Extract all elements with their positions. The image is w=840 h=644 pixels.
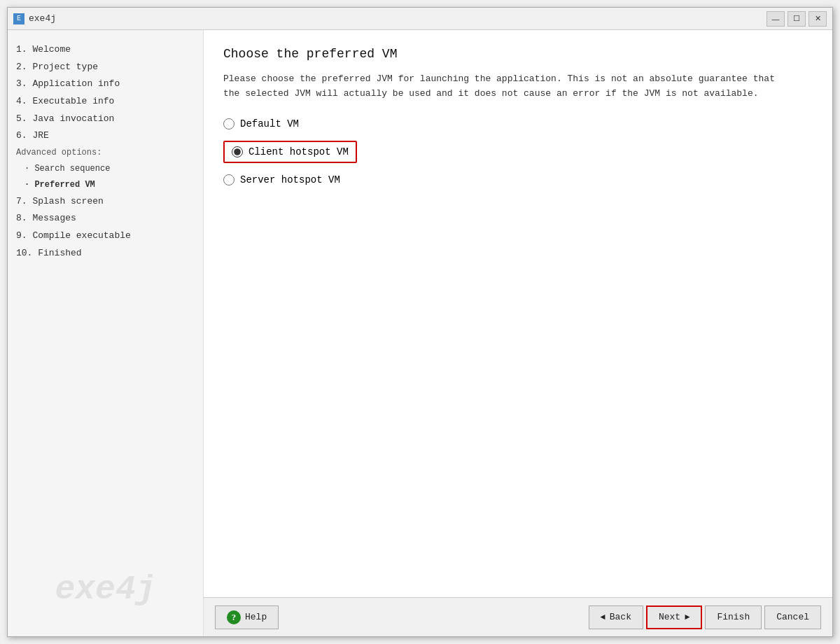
sidebar-item-messages[interactable]: 8. Messages <box>16 210 195 227</box>
back-label: Back <box>610 612 631 622</box>
back-button[interactable]: ◄ Back <box>589 606 643 629</box>
next-arrow-icon: ► <box>685 612 690 622</box>
vm-radio-group: Default VM Client hotspot VM Server hots… <box>223 118 813 186</box>
back-arrow-icon: ◄ <box>601 612 606 622</box>
footer-right: ◄ Back Next ► Finish Cancel <box>589 606 821 629</box>
sidebar-watermark: exe4j <box>55 570 155 608</box>
sidebar-item-project-type[interactable]: 2. Project type <box>16 59 195 76</box>
selected-vm-box: Client hotspot VM <box>223 141 357 163</box>
main-window: E exe4j — ☐ ✕ 1. Welcome 2. Project type… <box>7 7 833 637</box>
sidebar-item-java-invocation[interactable]: 5. Java invocation <box>16 111 195 128</box>
help-icon: ? <box>227 610 241 624</box>
radio-server-hotspot-vm[interactable]: Server hotspot VM <box>223 174 813 186</box>
description-text: Please choose the preferred JVM for laun… <box>223 72 797 102</box>
footer-left: ? Help <box>215 606 279 629</box>
cancel-button[interactable]: Cancel <box>764 606 821 629</box>
main-content: 1. Welcome 2. Project type 3. Applicatio… <box>8 30 832 636</box>
window-controls: — ☐ ✕ <box>766 11 827 27</box>
sidebar-advanced-label: Advanced options: <box>16 145 195 161</box>
footer-bar: ? Help ◄ Back Next ► Finish <box>204 597 832 636</box>
radio-input-default-vm[interactable] <box>223 118 234 130</box>
radio-input-client-hotspot-vm[interactable] <box>232 146 243 158</box>
finish-button[interactable]: Finish <box>705 606 762 629</box>
sidebar-item-application-info[interactable]: 3. Application info <box>16 76 195 93</box>
next-button[interactable]: Next ► <box>646 606 702 629</box>
minimize-button[interactable]: — <box>766 11 785 27</box>
radio-default-vm[interactable]: Default VM <box>223 118 813 130</box>
help-button[interactable]: ? Help <box>215 606 279 629</box>
window-title: exe4j <box>29 13 56 24</box>
finish-label: Finish <box>717 612 750 622</box>
radio-input-server-hotspot-vm[interactable] <box>223 174 234 186</box>
content-area: Choose the preferred VM Please choose th… <box>204 30 832 636</box>
radio-label-server-hotspot-vm: Server hotspot VM <box>240 174 340 186</box>
sidebar-item-jre[interactable]: 6. JRE <box>16 127 195 145</box>
next-label: Next <box>659 612 680 622</box>
title-bar-left: E exe4j <box>13 13 56 24</box>
close-button[interactable]: ✕ <box>808 11 827 27</box>
radio-label-client-hotspot-vm: Client hotspot VM <box>248 146 349 158</box>
title-bar: E exe4j — ☐ ✕ <box>8 8 832 30</box>
sidebar: 1. Welcome 2. Project type 3. Applicatio… <box>8 30 204 636</box>
app-icon: E <box>13 13 24 24</box>
sidebar-item-finished[interactable]: 10. Finished <box>16 245 195 262</box>
cancel-label: Cancel <box>776 612 809 622</box>
radio-client-hotspot-vm[interactable]: Client hotspot VM <box>223 141 813 163</box>
radio-label-default-vm: Default VM <box>240 118 299 130</box>
help-label: Help <box>245 612 267 622</box>
sidebar-item-splash-screen[interactable]: 7. Splash screen <box>16 193 195 211</box>
sidebar-item-welcome[interactable]: 1. Welcome <box>16 41 195 59</box>
sidebar-item-compile-executable[interactable]: 9. Compile executable <box>16 227 195 245</box>
content-panel: Choose the preferred VM Please choose th… <box>204 30 832 597</box>
page-title: Choose the preferred VM <box>223 47 813 61</box>
maximize-button[interactable]: ☐ <box>788 11 806 27</box>
sidebar-item-executable-info[interactable]: 4. Executable info <box>16 93 195 111</box>
sidebar-item-preferred-vm[interactable]: · Preferred VM <box>16 177 195 193</box>
sidebar-item-search-sequence[interactable]: · Search sequence <box>16 161 195 177</box>
